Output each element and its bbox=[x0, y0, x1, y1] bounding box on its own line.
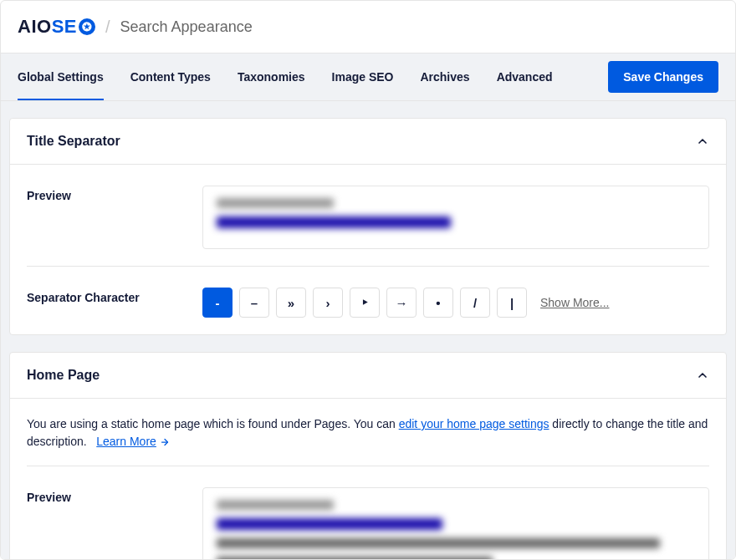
tab-archives[interactable]: Archives bbox=[420, 53, 469, 100]
preview-title-blurred bbox=[217, 518, 442, 530]
logo: AIOSE✪ bbox=[18, 16, 95, 38]
separator-btn-8[interactable]: | bbox=[497, 288, 527, 318]
logo-text-aio: AIO bbox=[18, 16, 52, 38]
preview-box-homepage bbox=[202, 487, 709, 560]
preview-title-blurred bbox=[217, 216, 451, 228]
page-title: Search Appearance bbox=[120, 18, 253, 36]
card-title-separator: Title Separator Preview Separator Charac… bbox=[9, 118, 727, 335]
preview-url-blurred bbox=[217, 500, 334, 510]
separator-btn-2[interactable]: » bbox=[276, 288, 306, 318]
logo-text-se: SE bbox=[52, 16, 77, 38]
preview-desc-blurred bbox=[217, 557, 493, 560]
separator-btn-5[interactable]: → bbox=[386, 288, 417, 318]
card-title: Home Page bbox=[27, 368, 100, 383]
card-body: Preview Separator Character - – » › bbox=[10, 165, 726, 334]
card-title: Title Separator bbox=[27, 134, 120, 149]
save-button[interactable]: Save Changes bbox=[608, 61, 718, 93]
tab-taxonomies[interactable]: Taxonomies bbox=[238, 53, 305, 100]
preview-desc-blurred bbox=[217, 538, 660, 548]
arrow-right-icon bbox=[160, 437, 170, 447]
tab-global-settings[interactable]: Global Settings bbox=[18, 53, 104, 100]
breadcrumb-divider: / bbox=[105, 18, 110, 37]
tabs: Global Settings Content Types Taxonomies… bbox=[18, 53, 553, 100]
logo-gear-icon: ✪ bbox=[79, 18, 95, 35]
tab-content-types[interactable]: Content Types bbox=[130, 53, 211, 100]
label-preview: Preview bbox=[27, 487, 177, 560]
separator-btn-4[interactable]: ‣ bbox=[350, 288, 380, 318]
separator-btn-1[interactable]: – bbox=[239, 288, 269, 318]
separator-btn-3[interactable]: › bbox=[313, 288, 343, 318]
row-separator: Separator Character - – » › ‣ → • / | Sh… bbox=[27, 283, 709, 318]
content-area: Title Separator Preview Separator Charac… bbox=[1, 101, 735, 560]
row-preview-homepage: Preview bbox=[27, 483, 709, 560]
tab-advanced[interactable]: Advanced bbox=[497, 53, 553, 100]
tab-image-seo[interactable]: Image SEO bbox=[332, 53, 394, 100]
header: AIOSE✪ / Search Appearance bbox=[1, 1, 735, 53]
separator-options: - – » › ‣ → • / | Show More... bbox=[202, 288, 709, 318]
preview-box bbox=[202, 186, 709, 249]
card-header-title-separator: Title Separator bbox=[10, 119, 726, 165]
label-preview: Preview bbox=[27, 186, 177, 249]
home-page-notice: You are using a static home page which i… bbox=[27, 415, 709, 466]
card-header-home-page: Home Page bbox=[10, 353, 726, 399]
card-body: You are using a static home page which i… bbox=[10, 399, 726, 560]
tabs-bar: Global Settings Content Types Taxonomies… bbox=[1, 53, 735, 101]
label-separator: Separator Character bbox=[27, 288, 177, 318]
row-preview: Preview bbox=[27, 181, 709, 267]
learn-more-label: Learn More bbox=[96, 433, 156, 451]
chevron-up-icon[interactable] bbox=[696, 135, 709, 148]
separator-btn-7[interactable]: / bbox=[460, 288, 490, 318]
edit-home-page-link[interactable]: edit your home page settings bbox=[399, 417, 549, 430]
preview-url-blurred bbox=[217, 198, 334, 208]
notice-text-before: You are using a static home page which i… bbox=[27, 417, 399, 430]
separator-btn-0[interactable]: - bbox=[202, 288, 233, 318]
learn-more-link[interactable]: Learn More bbox=[96, 433, 170, 451]
card-home-page: Home Page You are using a static home pa… bbox=[9, 352, 727, 560]
chevron-up-icon[interactable] bbox=[696, 369, 709, 382]
show-more-link[interactable]: Show More... bbox=[540, 296, 609, 309]
separator-btn-6[interactable]: • bbox=[423, 288, 453, 318]
